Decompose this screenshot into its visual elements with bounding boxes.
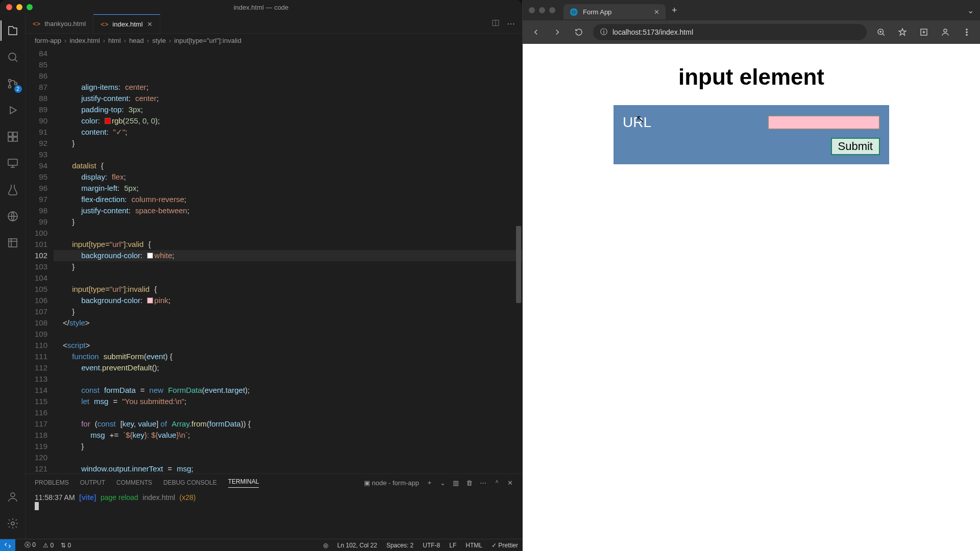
trash-icon[interactable]: 🗑 xyxy=(466,479,473,487)
expand-tabs-icon[interactable]: ⌄ xyxy=(967,6,974,15)
status-formatter[interactable]: ✓ Prettier xyxy=(492,542,518,549)
remote-explorer-icon[interactable] xyxy=(1,151,25,176)
close-icon[interactable]: ✕ xyxy=(654,8,659,16)
run-debug-icon[interactable] xyxy=(1,98,25,122)
html-file-icon: <> xyxy=(101,20,108,28)
testing-icon[interactable] xyxy=(1,178,25,202)
breadcrumb-segment[interactable]: html xyxy=(108,37,121,44)
zoom-icon[interactable] xyxy=(874,28,888,37)
close-icon[interactable]: ✕ xyxy=(147,20,153,28)
globe-icon: 🌐 xyxy=(570,8,578,16)
panel-tab-output[interactable]: OUTPUT xyxy=(80,479,105,486)
svg-rect-10 xyxy=(9,239,17,247)
tab-index[interactable]: <> index.html ✕ xyxy=(93,14,160,33)
panel-tab-problems[interactable]: PROBLEMS xyxy=(35,479,69,486)
live-share-icon[interactable] xyxy=(1,204,25,229)
more-icon[interactable]: ⋯ xyxy=(480,479,486,487)
tab-thankyou[interactable]: <> thankyou.html xyxy=(26,14,93,33)
reload-button[interactable] xyxy=(572,28,586,37)
maximize-panel-icon[interactable]: ＾ xyxy=(494,478,500,487)
terminal-action: page reload xyxy=(101,493,138,502)
breadcrumb-segment[interactable]: index.html xyxy=(69,37,100,44)
panel-tab-comments[interactable]: COMMENTS xyxy=(116,479,152,486)
status-ports[interactable]: ⇅ 0 xyxy=(61,542,71,549)
status-aperture-icon[interactable]: ◎ xyxy=(323,542,328,549)
svg-point-19 xyxy=(966,34,967,35)
svg-point-3 xyxy=(14,83,17,85)
breadcrumb-segment[interactable]: form-app xyxy=(35,37,61,44)
svg-rect-7 xyxy=(13,137,17,141)
svg-rect-6 xyxy=(8,137,12,141)
remote-indicator[interactable] xyxy=(0,539,15,551)
bookmark-star-icon[interactable] xyxy=(895,28,910,37)
panel-tab-terminal[interactable]: TERMINAL xyxy=(228,478,259,488)
html-file-icon: <> xyxy=(33,20,40,28)
close-window[interactable] xyxy=(529,7,535,13)
status-spaces[interactable]: Spaces: 2 xyxy=(386,542,413,549)
svg-rect-5 xyxy=(13,132,17,136)
close-panel-icon[interactable]: ✕ xyxy=(507,479,513,487)
status-lang[interactable]: HTML xyxy=(465,542,482,549)
menu-icon[interactable] xyxy=(960,28,974,37)
forward-button[interactable] xyxy=(550,28,565,37)
browser-viewport: input element URL Submit ↖ xyxy=(523,44,980,551)
breadcrumb-segment[interactable]: head xyxy=(129,37,144,44)
maximize-window[interactable] xyxy=(549,7,555,13)
more-actions-icon[interactable]: ⋯ xyxy=(507,19,515,29)
breadcrumb[interactable]: form-app›index.html›html›head›style›inpu… xyxy=(26,34,522,47)
terminal-body[interactable]: 11:58:37 AM [vite] page reload index.htm… xyxy=(26,491,522,539)
url-text: localhost:5173/index.html xyxy=(612,28,693,36)
status-errors[interactable]: ⓧ 0 xyxy=(24,541,36,549)
profile-icon[interactable] xyxy=(938,28,952,37)
status-encoding[interactable]: UTF-8 xyxy=(423,542,440,549)
bookmarks-icon[interactable] xyxy=(1,231,25,255)
split-terminal-icon[interactable]: ▥ xyxy=(453,479,459,487)
terminal-cursor xyxy=(35,502,39,510)
submit-button[interactable]: Submit xyxy=(831,138,880,155)
chevron-down-icon[interactable]: ⌄ xyxy=(440,479,446,487)
panel-tab-debug-console[interactable]: DEBUG CONSOLE xyxy=(163,479,217,486)
close-window[interactable] xyxy=(6,4,12,10)
status-cursor[interactable]: Ln 102, Col 22 xyxy=(337,542,377,549)
maximize-window[interactable] xyxy=(27,4,33,10)
svg-rect-8 xyxy=(8,159,17,165)
accounts-icon[interactable] xyxy=(1,485,25,509)
source-control-icon[interactable]: 2 xyxy=(1,71,25,96)
status-warnings[interactable]: ⚠ 0 xyxy=(43,542,54,549)
svg-point-18 xyxy=(966,32,967,33)
svg-point-0 xyxy=(9,53,16,60)
panel-tab-row: PROBLEMSOUTPUTCOMMENTSDEBUG CONSOLETERMI… xyxy=(26,474,522,491)
status-eol[interactable]: LF xyxy=(449,542,456,549)
new-terminal-icon[interactable]: ＋ xyxy=(426,478,433,487)
explorer-icon[interactable] xyxy=(1,18,25,43)
cursor-pointer-icon: ↖ xyxy=(636,113,645,125)
url-input[interactable] xyxy=(768,115,880,130)
breadcrumb-segment[interactable]: input[type="url"]:invalid xyxy=(174,37,241,44)
new-tab-button[interactable]: + xyxy=(669,5,680,16)
browser-tab[interactable]: 🌐 Form App ✕ xyxy=(564,4,666,19)
breadcrumb-segment[interactable]: style xyxy=(152,37,166,44)
split-editor-icon[interactable] xyxy=(492,19,500,29)
scm-badge: 2 xyxy=(14,85,22,93)
minimize-window[interactable] xyxy=(16,4,22,10)
svg-point-1 xyxy=(8,80,11,82)
svg-rect-4 xyxy=(8,132,12,136)
svg-point-12 xyxy=(11,522,14,525)
terminal-time: 11:58:37 AM xyxy=(35,493,75,502)
settings-gear-icon[interactable] xyxy=(1,511,25,536)
code-editor[interactable]: align-items: center; justify-content: ce… xyxy=(54,47,522,473)
window-title: index.html — code xyxy=(0,4,522,11)
back-button[interactable] xyxy=(529,28,543,37)
minimize-window[interactable] xyxy=(539,7,545,13)
extensions-icon[interactable] xyxy=(1,124,25,149)
svg-point-11 xyxy=(11,493,15,497)
url-bar[interactable]: ⓘ localhost:5173/index.html xyxy=(593,24,867,40)
install-app-icon[interactable] xyxy=(917,28,931,37)
site-info-icon[interactable]: ⓘ xyxy=(600,28,607,37)
tab-label: index.html xyxy=(112,20,142,28)
terminal-launch-profile[interactable]: ▣ node - form-app xyxy=(364,479,419,487)
terminal-vite-tag: [vite] xyxy=(79,493,96,502)
svg-point-16 xyxy=(944,29,947,32)
search-icon[interactable] xyxy=(1,45,25,69)
status-bar: ⓧ 0 ⚠ 0 ⇅ 0 ◎ Ln 102, Col 22 Spaces: 2 U… xyxy=(0,539,522,551)
